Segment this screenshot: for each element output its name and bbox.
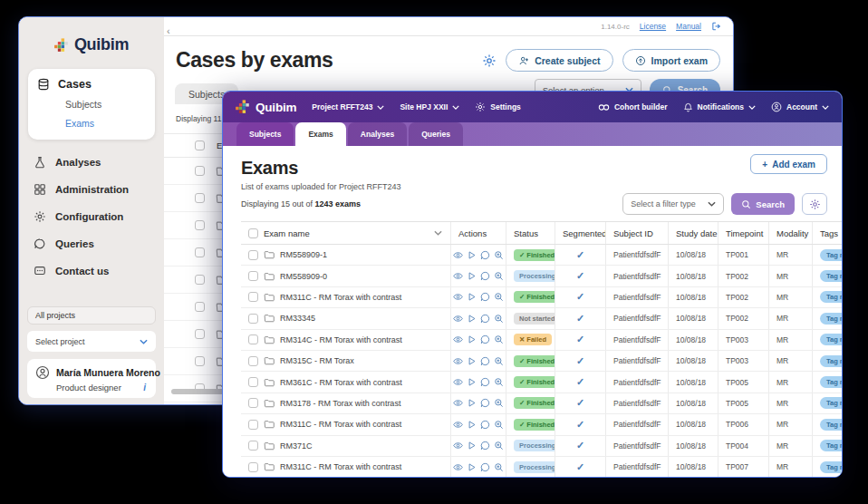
row-checkbox[interactable] — [195, 356, 205, 366]
row-checkbox[interactable] — [195, 193, 205, 203]
row-checkbox[interactable] — [248, 271, 258, 281]
tag-badge[interactable]: Tag na — [820, 355, 842, 367]
comment-icon[interactable] — [480, 314, 490, 324]
zoom-in-icon[interactable] — [494, 250, 504, 260]
tag-badge[interactable]: Tag na — [820, 249, 842, 261]
filter-type-select[interactable]: Select a filter type — [622, 193, 724, 215]
comment-icon[interactable] — [480, 398, 490, 408]
sort-chevron-icon[interactable] — [434, 230, 442, 236]
zoom-in-icon[interactable] — [494, 377, 504, 387]
notifications-menu[interactable]: Notifications — [683, 102, 756, 112]
row-checkbox[interactable] — [248, 356, 258, 366]
add-exam-button[interactable]: + Add exam — [750, 154, 827, 174]
project-select[interactable]: Select project — [27, 331, 156, 352]
settings-menu[interactable]: Settings — [475, 102, 521, 112]
row-checkbox[interactable] — [195, 166, 205, 176]
run-icon[interactable] — [467, 250, 477, 260]
view-icon[interactable] — [453, 420, 463, 430]
row-checkbox[interactable] — [195, 302, 205, 312]
tag-badge[interactable]: Tag na — [820, 376, 842, 388]
comment-icon[interactable] — [480, 420, 490, 430]
row-checkbox[interactable] — [195, 220, 205, 230]
cohort-builder-menu[interactable]: Cohort builder — [598, 102, 668, 112]
project-menu[interactable]: Project RFFT243 — [312, 102, 384, 111]
row-checkbox[interactable] — [248, 420, 258, 430]
run-icon[interactable] — [467, 271, 477, 281]
row-checkbox[interactable] — [248, 462, 258, 472]
sidebar-item-administration[interactable]: Administration — [34, 183, 164, 196]
tab-analyses[interactable]: Analyses — [348, 122, 407, 146]
comment-icon[interactable] — [480, 292, 490, 302]
sidebar-item-subjects[interactable]: Subjects — [65, 99, 146, 110]
zoom-in-icon[interactable] — [494, 420, 504, 430]
run-icon[interactable] — [467, 334, 477, 344]
view-icon[interactable] — [453, 441, 463, 451]
tag-badge[interactable]: Tag na — [820, 419, 842, 431]
comment-icon[interactable] — [480, 250, 490, 260]
quibim-logo[interactable]: Quibim — [236, 100, 296, 114]
row-checkbox[interactable] — [248, 314, 258, 324]
row-checkbox[interactable] — [195, 247, 205, 257]
row-checkbox[interactable] — [248, 441, 258, 451]
tag-badge[interactable]: Tag na — [820, 397, 842, 409]
zoom-in-icon[interactable] — [494, 462, 504, 472]
tag-badge[interactable]: Tag na — [820, 291, 842, 303]
run-icon[interactable] — [467, 292, 477, 302]
select-all-checkbox[interactable] — [195, 141, 205, 150]
view-icon[interactable] — [453, 314, 463, 324]
row-checkbox[interactable] — [248, 250, 258, 260]
sidebar-item-configuration[interactable]: Configuration — [34, 210, 164, 223]
tag-badge[interactable]: Tag na — [820, 334, 842, 345]
logout-icon[interactable] — [711, 21, 722, 32]
create-subject-button[interactable]: Create subject — [506, 49, 612, 72]
run-icon[interactable] — [467, 441, 477, 451]
select-all-checkbox[interactable] — [248, 228, 258, 238]
view-icon[interactable] — [453, 334, 463, 344]
tab-subjects[interactable]: Subjects — [236, 122, 294, 146]
view-icon[interactable] — [453, 398, 463, 408]
row-checkbox[interactable] — [195, 329, 205, 339]
sidebar-item-queries[interactable]: Queries — [34, 237, 164, 250]
tab-queries[interactable]: Queries — [409, 122, 463, 146]
sidebar-collapse-icon[interactable]: ‹ — [167, 26, 170, 36]
run-icon[interactable] — [467, 398, 477, 408]
run-icon[interactable] — [467, 356, 477, 366]
tag-badge[interactable]: Tag na — [820, 461, 842, 473]
tag-badge[interactable]: Tag na — [820, 440, 842, 451]
view-icon[interactable] — [453, 462, 463, 472]
zoom-in-icon[interactable] — [494, 314, 504, 324]
view-icon[interactable] — [453, 356, 463, 366]
zoom-in-icon[interactable] — [494, 292, 504, 302]
view-icon[interactable] — [453, 292, 463, 302]
sidebar-item-contact-us[interactable]: Contact us — [34, 265, 164, 277]
comment-icon[interactable] — [480, 441, 490, 451]
row-checkbox[interactable] — [248, 292, 258, 302]
comment-icon[interactable] — [480, 356, 490, 366]
manual-link[interactable]: Manual — [676, 22, 701, 31]
run-icon[interactable] — [467, 314, 477, 324]
row-checkbox[interactable] — [248, 334, 258, 344]
zoom-in-icon[interactable] — [494, 398, 504, 408]
row-checkbox[interactable] — [195, 275, 205, 285]
license-link[interactable]: License — [640, 22, 666, 31]
sidebar-item-exams[interactable]: Exams — [65, 118, 146, 129]
view-icon[interactable] — [453, 250, 463, 260]
comment-icon[interactable] — [480, 271, 490, 281]
view-icon[interactable] — [453, 377, 463, 387]
comment-icon[interactable] — [480, 462, 490, 472]
run-icon[interactable] — [467, 377, 477, 387]
comment-icon[interactable] — [480, 334, 490, 344]
user-card[interactable]: María Munuera Moreno Product designer i — [27, 359, 156, 398]
zoom-in-icon[interactable] — [494, 356, 504, 366]
search-button[interactable]: Search — [731, 193, 795, 215]
zoom-in-icon[interactable] — [494, 271, 504, 281]
zoom-in-icon[interactable] — [494, 441, 504, 451]
info-icon[interactable]: i — [143, 383, 148, 393]
settings-gear-icon[interactable] — [482, 53, 497, 68]
table-settings-button[interactable] — [802, 193, 827, 215]
run-icon[interactable] — [467, 420, 477, 430]
import-exam-button[interactable]: Import exam — [622, 49, 720, 72]
account-menu[interactable]: Account — [771, 102, 829, 112]
sidebar-item-analyses[interactable]: Analyses — [34, 156, 164, 169]
row-checkbox[interactable] — [248, 398, 258, 408]
